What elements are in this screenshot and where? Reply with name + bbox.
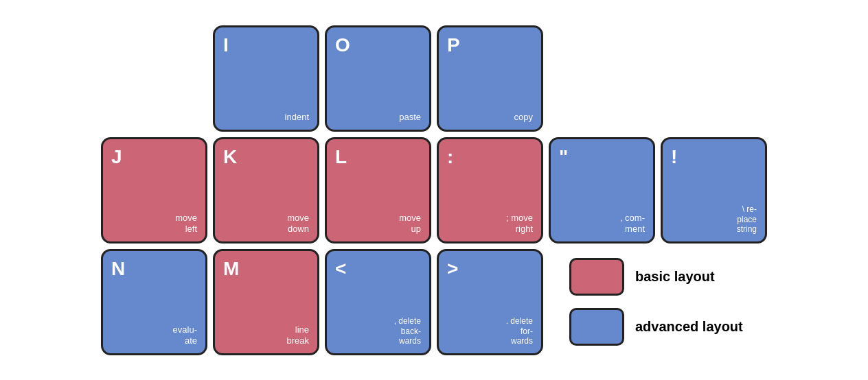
key-excl[interactable]: ! \ re-placestring: [661, 137, 767, 244]
key-label-excl: \ re-placestring: [737, 204, 757, 234]
key-label-colon: ; moveright: [506, 213, 533, 234]
key-letter-o: O: [335, 34, 350, 56]
key-i[interactable]: I indent: [213, 25, 319, 132]
key-letter-k: K: [223, 146, 237, 168]
key-letter-gt: >: [447, 258, 458, 280]
key-j[interactable]: J moveleft: [101, 137, 207, 244]
key-label-n: evalu-ate: [173, 324, 197, 346]
key-label-lt: , deleteback-wards: [394, 316, 421, 346]
key-label-i: indent: [285, 112, 309, 123]
legend-basic: basic layout: [569, 258, 743, 296]
key-letter-excl: !: [671, 146, 677, 168]
key-k[interactable]: K movedown: [213, 137, 319, 244]
row-1: I indent O paste P copy: [213, 25, 767, 132]
key-letter-colon: :: [447, 146, 453, 168]
key-letter-quote: ": [559, 146, 568, 168]
key-gt[interactable]: > . deletefor-wards: [437, 249, 543, 355]
key-quote[interactable]: " , com-ment: [549, 137, 655, 244]
key-label-p: copy: [514, 112, 533, 123]
key-lt[interactable]: < , deleteback-wards: [325, 249, 431, 355]
row-3: N evalu-ate M linebreak < , deleteback-w…: [101, 249, 767, 355]
key-label-o: paste: [399, 112, 421, 123]
legend-label-advanced: advanced layout: [635, 319, 743, 335]
key-label-k: movedown: [287, 213, 309, 234]
key-letter-n: N: [111, 258, 125, 280]
key-label-quote: , com-ment: [620, 213, 645, 234]
key-l[interactable]: L moveup: [325, 137, 431, 244]
key-label-gt: . deletefor-wards: [506, 316, 533, 346]
key-letter-i: I: [223, 34, 229, 56]
key-letter-l: L: [335, 146, 347, 168]
key-label-l: moveup: [399, 213, 421, 234]
key-letter-lt: <: [335, 258, 346, 280]
key-letter-j: J: [111, 146, 122, 168]
key-letter-m: M: [223, 258, 239, 280]
key-label-m: linebreak: [286, 324, 309, 346]
legend-advanced: advanced layout: [569, 308, 743, 346]
keyboard-diagram: I indent O paste P copy J moveleft K mov…: [87, 12, 781, 369]
key-n[interactable]: N evalu-ate: [101, 249, 207, 355]
legend-label-basic: basic layout: [635, 269, 715, 285]
legend: basic layout advanced layout: [569, 258, 743, 346]
key-label-j: moveleft: [175, 213, 197, 234]
legend-box-advanced: [569, 308, 624, 346]
key-o[interactable]: O paste: [325, 25, 431, 132]
row-2: J moveleft K movedown L moveup : ; mover…: [101, 137, 767, 244]
key-m[interactable]: M linebreak: [213, 249, 319, 355]
key-p[interactable]: P copy: [437, 25, 543, 132]
legend-box-basic: [569, 258, 624, 296]
key-letter-p: P: [447, 34, 460, 56]
key-colon[interactable]: : ; moveright: [437, 137, 543, 244]
